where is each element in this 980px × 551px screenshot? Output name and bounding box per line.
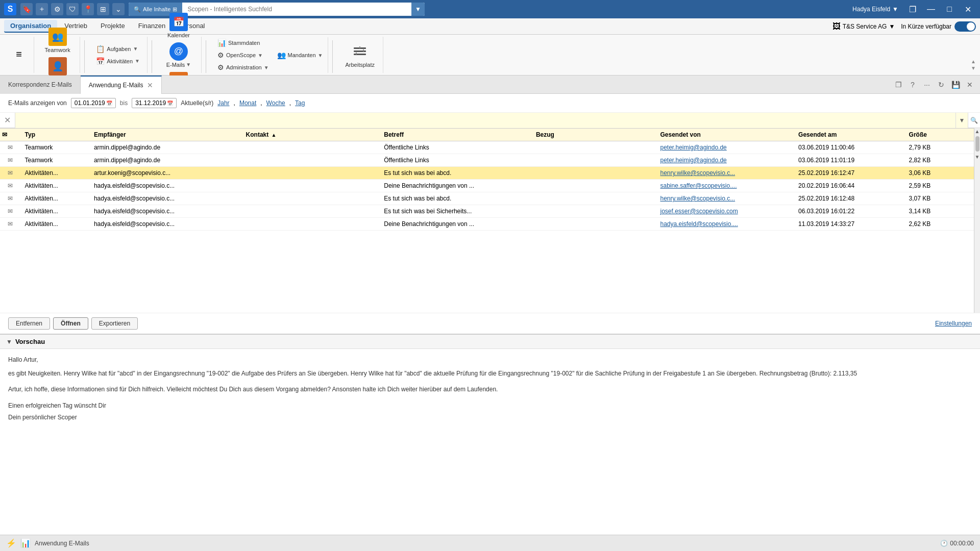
scroll-down-btn[interactable]: ▼ (974, 154, 981, 160)
empfaenger-filter-input[interactable] (133, 113, 250, 128)
gesendet-am-filter-input[interactable] (721, 113, 838, 128)
row-groesse: 2,62 KB (905, 218, 974, 231)
table-row[interactable]: ✉ Teamwork armin.dippel@agindo.de Öffent… (0, 141, 974, 154)
row-bezug (532, 218, 656, 231)
row-empfaenger: hadya.eisfeld@scopevisio.c... (90, 205, 242, 218)
col-gesendet-von[interactable]: Gesendet von (656, 129, 794, 141)
filter-clear-btn[interactable]: ✕ (0, 113, 15, 128)
search-dropdown-btn[interactable]: ▼ (411, 3, 425, 16)
scroll-thumb[interactable] (975, 136, 979, 152)
administration-btn[interactable]: ⚙ Administration ▼ (214, 62, 272, 72)
help-btn[interactable]: ? (906, 79, 919, 91)
filter-jahr-link[interactable]: Jahr (217, 99, 229, 107)
shield-icon[interactable]: 🛡 (66, 3, 79, 15)
filter-tag-link[interactable]: Tag (295, 99, 305, 107)
col-gesendet-am[interactable]: Gesendet am (794, 129, 905, 141)
copy-window-btn[interactable]: ❐ (892, 79, 904, 91)
oeffnen-btn[interactable]: Öffnen (53, 317, 88, 330)
filter-search-btn[interactable]: 🔍 (968, 113, 980, 128)
ribbon-scroll-up[interactable]: ▲ (971, 59, 976, 64)
stammdaten-btn[interactable]: 📊 Stammdaten (214, 38, 263, 48)
window-minimize-btn[interactable]: — (923, 3, 939, 15)
table-row[interactable]: ✉ Teamwork armin.dippel@agindo.de Öffent… (0, 154, 974, 167)
filter-options-btn[interactable]: ▼ (955, 113, 968, 128)
preview-section: ▼ Vorschau Hallo Artur, es gibt Neuigkei… (0, 334, 980, 535)
bookmark-icon[interactable]: 🔖 (20, 3, 33, 15)
close-tab-btn[interactable]: ✕ (964, 79, 976, 91)
col-icon[interactable]: ✉ (0, 129, 21, 141)
arbeitsplatz-btn[interactable]: Arbeitsplatz (341, 40, 378, 70)
teamwork-btn[interactable]: 👥 Teamwork (41, 26, 75, 55)
side-panel-btn[interactable]: ≡ (6, 44, 32, 66)
kalender-label: Kalender (167, 32, 190, 38)
ribbon-sep-3 (206, 40, 206, 73)
to-date-value: 31.12.2019 (135, 99, 166, 107)
location-icon[interactable]: 📍 (82, 3, 94, 15)
app-icon[interactable]: S (4, 3, 16, 15)
table-row[interactable]: ✉ Aktivitäten... hadya.eisfeld@scopevisi… (0, 218, 974, 231)
tab-close-btn[interactable]: ✕ (147, 81, 153, 89)
entfernen-btn[interactable]: Entfernen (8, 317, 50, 330)
from-date-value: 01.01.2019 (75, 99, 105, 107)
availability-toggle[interactable] (954, 21, 976, 32)
window-maximize-btn[interactable]: □ (941, 3, 958, 15)
openscope-btn[interactable]: ⚙ OpenScope ▼ (214, 50, 266, 60)
tab-korrespondenz[interactable]: Korrespondenz E-Mails (0, 76, 81, 94)
ribbon-scroll-down[interactable]: ▼ (971, 65, 976, 71)
row-kontakt (242, 154, 380, 167)
table-row[interactable]: ✉ Aktivitäten... hadya.eisfeld@scopevisi… (0, 205, 974, 218)
chevron-down-icon[interactable]: ⌄ (112, 3, 125, 15)
window-controls: ❐ — □ ✕ (904, 3, 976, 15)
table-scrollbar[interactable]: ▲ ▼ (974, 128, 980, 313)
groesse-filter-input[interactable] (838, 113, 955, 128)
window-restore-btn[interactable]: ❐ (904, 3, 921, 15)
gesendet-von-filter-input[interactable] (603, 113, 720, 128)
filter-monat-link[interactable]: Monat (239, 99, 256, 107)
typ-filter-input[interactable] (15, 113, 133, 128)
window-close-btn[interactable]: ✕ (960, 3, 976, 15)
col-kontakt[interactable]: Kontakt ▲ (242, 129, 380, 141)
administration-icon: ⚙ (217, 63, 224, 71)
col-groesse[interactable]: Größe (905, 129, 974, 141)
table-row[interactable]: ✉ Aktivitäten... hadya.eisfeld@scopevisi… (0, 180, 974, 192)
user-menu[interactable]: Hadya Eisfeld ▼ (852, 6, 898, 13)
kalender-btn[interactable]: 📅 Kalender (163, 11, 194, 40)
exportieren-btn[interactable]: Exportieren (91, 317, 138, 330)
aufgaben-btn[interactable]: 📋 Aufgaben ▼ (93, 44, 141, 54)
email-table-scroll[interactable]: ✉ Typ Empfänger Kontakt ▲ Betreff Bezug … (0, 128, 974, 245)
row-gesendet-am: 03.06.2019 11:00:46 (794, 141, 905, 154)
filter-woche-link[interactable]: Woche (266, 99, 285, 107)
search-input[interactable] (182, 6, 411, 13)
preview-collapse-icon: ▼ (6, 338, 12, 345)
more-btn[interactable]: ··· (921, 79, 933, 91)
scroll-up-btn[interactable]: ▲ (974, 128, 981, 134)
tab-anwendung[interactable]: Anwendung E-Mails ✕ (81, 76, 162, 94)
mandanten-btn[interactable]: 👥 Mandanten ▼ (274, 50, 326, 60)
aktivitaeten-btn[interactable]: 📅 Aktivitäten ▼ (93, 56, 143, 66)
company-selector[interactable]: 🖼 T&S Service AG ▼ (832, 22, 895, 31)
table-row[interactable]: ✉ Aktivitäten... hadya.eisfeld@scopevisi… (0, 192, 974, 205)
row-betreff: Es tut sich was bei abcd. (380, 192, 532, 205)
bezug-filter-input[interactable] (485, 113, 603, 128)
col-empfaenger[interactable]: Empfänger (90, 129, 242, 141)
row-betreff: Es tut sich was bei Sicherheits... (380, 205, 532, 218)
table-row[interactable]: ✉ Aktivitäten... artur.koenig@scopevisio… (0, 167, 974, 180)
refresh-btn[interactable]: ↻ (935, 79, 947, 91)
filter-to-date[interactable]: 31.12.2019 📅 (132, 98, 177, 108)
settings-icon[interactable]: ⚙ (51, 3, 63, 15)
grid-icon[interactable]: ⊞ (97, 3, 109, 15)
preview-header[interactable]: ▼ Vorschau (0, 335, 980, 349)
save-tab-btn[interactable]: 💾 (949, 79, 962, 91)
kontakt-filter-input[interactable] (251, 113, 368, 128)
emails-btn[interactable]: @ E-Mails ▼ (162, 40, 195, 70)
menu-projekte[interactable]: Projekte (94, 20, 131, 33)
row-typ: Teamwork (21, 141, 90, 154)
aufgaben-label: Aufgaben (107, 46, 131, 52)
betreff-filter-input[interactable] (368, 113, 485, 128)
einstellungen-link[interactable]: Einstellungen (935, 320, 972, 327)
col-bezug[interactable]: Bezug (532, 129, 656, 141)
filter-from-date[interactable]: 01.01.2019 📅 (71, 98, 116, 108)
col-betreff[interactable]: Betreff (380, 129, 532, 141)
col-typ[interactable]: Typ (21, 129, 90, 141)
add-icon[interactable]: ＋ (36, 3, 48, 15)
